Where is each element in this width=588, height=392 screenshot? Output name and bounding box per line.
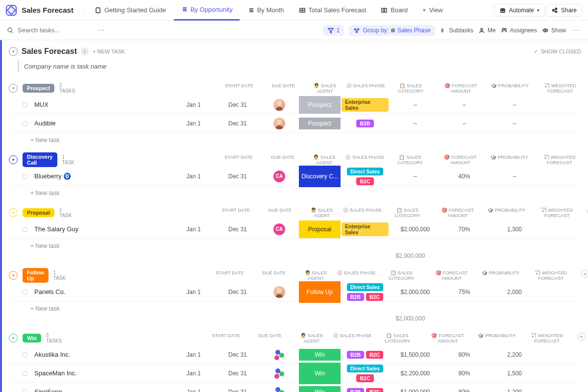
due-date-cell[interactable]: Dec 31: [216, 226, 260, 233]
category-cell[interactable]: Enterprise Sales: [341, 220, 390, 238]
category-tag[interactable]: B2B: [347, 388, 364, 392]
start-date-cell[interactable]: Jan 1: [172, 226, 216, 233]
info-icon[interactable]: i: [81, 48, 89, 55]
assignees-button[interactable]: Assignees: [501, 27, 537, 34]
share-button[interactable]: Share: [546, 4, 582, 17]
due-date-cell[interactable]: Dec 31: [216, 101, 260, 108]
forecast-cell[interactable]: –: [390, 101, 441, 108]
task-name[interactable]: Panels Co.: [34, 288, 172, 295]
status-checkbox[interactable]: [23, 121, 27, 126]
category-tag[interactable]: B2B: [347, 351, 364, 359]
start-date-cell[interactable]: Jan 1: [172, 389, 216, 392]
agent-cell[interactable]: [260, 368, 299, 379]
category-tag[interactable]: Direct Sales: [347, 168, 383, 175]
task-row[interactable]: The Salary Guy Jan 1 Dec 31 CA Proposal …: [9, 220, 581, 239]
avatar[interactable]: [273, 118, 285, 129]
due-date-cell[interactable]: Dec 31: [216, 370, 260, 377]
tab-getting-started[interactable]: Getting Started Guide: [88, 0, 173, 21]
group-badge[interactable]: Prospect: [23, 84, 54, 93]
start-date-cell[interactable]: Jan 1: [172, 101, 216, 108]
phase-cell[interactable]: Proposal: [299, 220, 341, 238]
weighted-cell[interactable]: –: [488, 101, 541, 108]
weighted-cell[interactable]: 1,500: [488, 370, 541, 377]
search-input[interactable]: [18, 26, 91, 34]
task-name[interactable]: Blueberry 🧿: [34, 172, 172, 180]
phase-cell[interactable]: Prospect: [299, 96, 341, 114]
avatar[interactable]: [273, 99, 285, 111]
avatar[interactable]: CA: [273, 223, 285, 235]
due-date-cell[interactable]: Dec 31: [216, 173, 260, 180]
task-row[interactable]: Audible Jan 1 Dec 31 Prospect B2B – – –: [9, 114, 581, 133]
task-row[interactable]: Akustika Inc. Jan 1 Dec 31 Win B2BB2C $1…: [9, 345, 581, 364]
collapse-group-icon[interactable]: ▾: [9, 334, 18, 343]
due-date-cell[interactable]: Dec 31: [216, 289, 260, 295]
phase-cell[interactable]: Win: [299, 363, 341, 384]
add-task-button[interactable]: + New task: [9, 133, 581, 144]
group-badge[interactable]: Discovery Call: [23, 152, 57, 167]
agent-cell[interactable]: [260, 286, 299, 298]
category-tag[interactable]: Enterprise Sales: [342, 98, 389, 112]
avatar[interactable]: CA: [273, 171, 285, 182]
agent-cell[interactable]: [260, 118, 299, 129]
task-name[interactable]: Audible: [34, 120, 172, 127]
forecast-cell[interactable]: $1,500,000: [390, 351, 441, 358]
forecast-cell[interactable]: –: [390, 173, 441, 180]
category-tag[interactable]: Enterprise Sales: [342, 222, 389, 236]
probability-cell[interactable]: 80%: [441, 351, 488, 358]
weighted-cell[interactable]: 1,200: [488, 389, 541, 392]
show-button[interactable]: Show: [542, 27, 566, 34]
task-name[interactable]: Akustika Inc.: [34, 351, 172, 358]
category-tag[interactable]: B2C: [356, 374, 373, 382]
task-name[interactable]: The Salary Guy: [34, 225, 172, 233]
status-checkbox[interactable]: [23, 371, 27, 376]
search[interactable]: [7, 26, 91, 34]
avatar[interactable]: [273, 286, 285, 298]
forecast-cell[interactable]: $2,200,000: [390, 370, 441, 377]
category-tag[interactable]: B2C: [366, 388, 383, 392]
add-task-button[interactable]: + New task: [9, 301, 581, 312]
add-task-button[interactable]: + New task: [9, 186, 581, 196]
probability-cell[interactable]: 40%: [441, 173, 488, 180]
task-name[interactable]: SpaceMan Inc.: [34, 369, 172, 377]
task-row[interactable]: Blueberry 🧿 Jan 1 Dec 31 CA Discovery C.…: [9, 167, 581, 186]
collapse-group-icon[interactable]: ▾: [9, 208, 18, 217]
task-name[interactable]: MUX: [34, 101, 172, 108]
task-row[interactable]: Panels Co. Jan 1 Dec 31 Follow Up Direct…: [9, 283, 581, 301]
category-cell[interactable]: B2BB2C: [341, 349, 390, 361]
category-tag[interactable]: B2B: [356, 120, 373, 127]
group-by-button[interactable]: Group by:Sales Phase: [349, 25, 435, 36]
category-cell[interactable]: Direct SalesB2C: [341, 363, 390, 384]
avatar-group[interactable]: [273, 386, 285, 392]
weighted-cell[interactable]: –: [488, 120, 541, 127]
forecast-cell[interactable]: $2,000,000: [390, 226, 441, 233]
weighted-cell[interactable]: 1,300: [488, 226, 541, 233]
automate-button[interactable]: Automate▾: [494, 4, 545, 17]
agent-cell[interactable]: CA: [260, 223, 299, 235]
agent-cell[interactable]: [260, 349, 299, 361]
agent-cell[interactable]: [260, 99, 299, 111]
phase-cell[interactable]: Win: [299, 386, 341, 392]
group-badge[interactable]: Proposal: [23, 208, 54, 217]
phase-cell[interactable]: Discovery C...: [299, 166, 341, 187]
probability-cell[interactable]: 90%: [441, 370, 488, 377]
category-tag[interactable]: B2C: [356, 177, 373, 185]
add-task-button[interactable]: + New task: [9, 239, 581, 249]
group-badge[interactable]: Win: [23, 334, 41, 343]
forecast-cell[interactable]: –: [390, 120, 441, 127]
filter-button[interactable]: 1: [323, 25, 344, 36]
category-cell[interactable]: Direct SalesB2C: [341, 166, 390, 187]
due-date-cell[interactable]: Dec 31: [216, 389, 260, 392]
new-task-button[interactable]: + NEW TASK: [93, 49, 125, 54]
weighted-cell[interactable]: 2,000: [488, 289, 541, 295]
more-icon[interactable]: ⋯: [96, 24, 106, 36]
toolbar-more-icon[interactable]: ⋯: [571, 24, 581, 36]
tab-by-month[interactable]: By Month: [241, 0, 291, 21]
category-cell[interactable]: B2BB2C: [341, 386, 390, 392]
forecast-cell[interactable]: $2,000,000: [390, 289, 441, 295]
phase-cell[interactable]: Prospect: [299, 118, 341, 129]
group-badge[interactable]: Follow Up: [23, 268, 49, 283]
start-date-cell[interactable]: Jan 1: [172, 351, 216, 358]
subtasks-button[interactable]: Subtasks: [440, 27, 473, 34]
probability-cell[interactable]: 80%: [441, 389, 488, 392]
me-button[interactable]: Me: [478, 27, 496, 34]
